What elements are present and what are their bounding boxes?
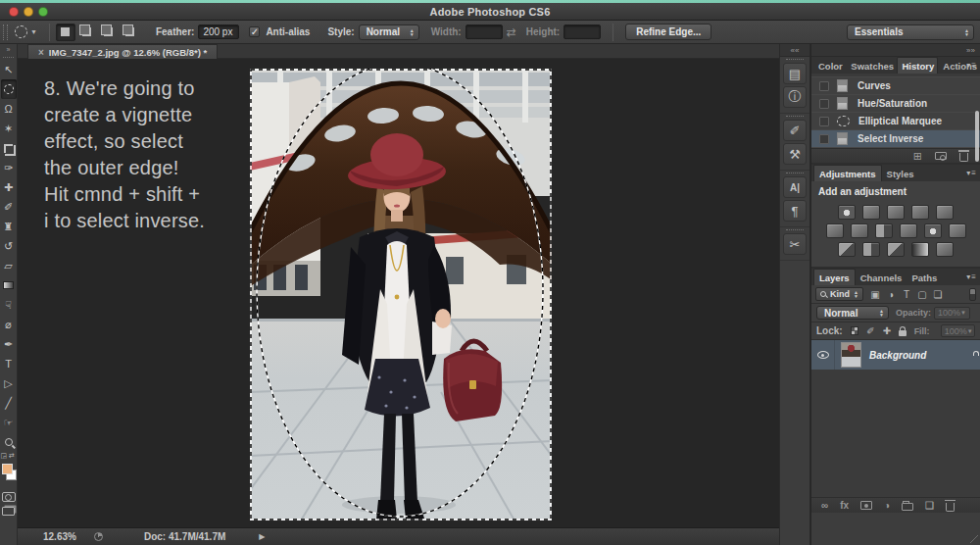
dodge-tool[interactable]: ⌀ [1,315,17,334]
document-tab[interactable]: × IMG_7347_2.jpg @ 12.6% (RGB/8*) * [27,44,218,59]
style-select[interactable]: Normal ▲▼ [359,25,419,40]
delete-state-icon[interactable] [959,153,968,162]
history-scrollbar[interactable] [975,111,979,162]
type-tool[interactable]: T [1,354,17,373]
dock-grip[interactable] [786,59,804,60]
dock-grip[interactable] [786,116,804,117]
new-layer-icon[interactable]: ❏ [925,500,934,511]
dock-grip[interactable] [786,229,804,230]
layers-tab-paths[interactable]: Paths [906,270,942,285]
color-balance-icon[interactable] [851,223,868,238]
dock-grip[interactable] [786,173,804,173]
opacity-value[interactable]: 100%▼ [934,307,970,320]
layer-filter-toggle[interactable] [969,288,976,301]
panel-menu-icon[interactable]: ▾≡ [966,169,977,177]
swap-colors-icon[interactable]: ◲ ⇄ [0,452,17,460]
document-image[interactable] [250,69,552,520]
adjustments-tab-adjustments[interactable]: Adjustments [813,165,882,181]
panel-menu-icon[interactable]: ▾≡ [966,272,977,281]
layer-filter-kind-select[interactable]: Kind ▲▼ [815,287,863,301]
subtract-from-selection-button[interactable] [99,24,119,41]
exposure-icon[interactable] [911,205,929,220]
expand-toolbar-icon[interactable]: » [0,44,17,56]
history-brush-source-checkbox[interactable] [819,81,829,91]
path-selection-tool[interactable]: ▷ [1,373,17,393]
filter-shape-layers-icon[interactable]: ▢ [915,289,929,300]
add-layer-mask-icon[interactable] [860,501,872,510]
gradient-map-icon[interactable] [911,242,929,257]
expand-dock-icon[interactable]: »» [811,44,980,57]
history-state-row[interactable]: Select Inverse [811,130,980,148]
blend-mode-select[interactable]: Normal ▲▼ [816,306,889,320]
swap-dimensions-icon[interactable]: ⇄ [507,25,516,39]
eraser-tool[interactable]: ▱ [1,256,17,275]
character-panel-icon[interactable]: A| [783,176,807,198]
history-tab-swatches[interactable]: Swatches [846,58,896,74]
layer-thumbnail[interactable] [841,342,861,368]
toolbar-grip[interactable] [3,57,14,58]
elliptical-marquee-tool[interactable] [1,79,17,99]
add-to-selection-button[interactable] [77,24,97,41]
zoom-level-field[interactable]: 12.63% [43,531,76,542]
color-lookup-icon[interactable] [949,223,966,238]
adjustments-tab-styles[interactable]: Styles [882,166,919,181]
brush-tool[interactable]: ✐ [1,197,17,217]
layer-style-icon[interactable]: fx [840,500,849,511]
brush-panel-icon[interactable]: ✐ [783,120,807,141]
mini-bridge-panel-icon[interactable]: ▤ [783,63,807,84]
selective-color-icon[interactable] [936,242,954,257]
foreground-color-swatch[interactable] [2,464,13,474]
history-brush-source-checkbox[interactable] [819,117,829,126]
smudge-tool[interactable]: ☟ [1,295,17,315]
intersect-selection-button[interactable] [121,24,140,41]
width-input[interactable] [466,25,503,39]
threshold-icon[interactable] [887,242,905,257]
feather-input[interactable] [198,25,239,39]
black-white-icon[interactable] [875,223,893,238]
close-tab-icon[interactable]: × [38,47,44,58]
height-input[interactable] [564,25,601,39]
layer-visibility-cell[interactable] [811,340,835,370]
history-tab-color[interactable]: Color [813,58,846,74]
delete-layer-icon[interactable] [946,503,955,512]
filter-adjustment-layers-icon[interactable]: ◑ [884,289,898,300]
hand-tool[interactable]: ☞ [1,413,17,432]
clone-stamp-tool[interactable]: ♜ [1,217,17,236]
history-brush-source-checkbox[interactable] [819,99,829,109]
collapse-dock-icon[interactable]: «« [780,44,809,57]
lock-position-icon[interactable]: ✚ [883,325,891,336]
history-brush-source-checkbox[interactable] [819,134,829,144]
panel-menu-icon[interactable]: ▾≡ [966,61,977,70]
anti-alias-checkbox[interactable]: ✓ [249,26,260,37]
new-adjustment-layer-icon[interactable]: ◑ [884,500,890,511]
healing-brush-tool[interactable]: ✚ [1,177,17,197]
new-snapshot-icon[interactable] [935,152,947,160]
options-bar-grip[interactable] [3,25,8,40]
filter-pixel-layers-icon[interactable]: ▣ [868,289,882,300]
history-state-row[interactable]: Curves [811,77,980,95]
levels-icon[interactable] [862,205,880,220]
history-brush-tool[interactable]: ↺ [1,236,17,256]
invert-icon[interactable] [838,242,856,257]
layers-tab-layers[interactable]: Layers [813,269,856,285]
line-tool[interactable]: ╱ [1,393,17,413]
tool-preset-picker[interactable]: ▼ [13,25,43,38]
move-tool[interactable]: ↖ [1,60,17,79]
posterize-icon[interactable] [862,242,880,257]
brush-presets-panel-icon[interactable]: ⚒ [783,143,807,165]
curves-icon[interactable] [887,205,905,220]
document-size-info[interactable]: Doc: 41.7M/41.7M [144,531,225,542]
link-layers-icon[interactable]: ∞ [821,500,828,511]
vibrance-icon[interactable] [936,205,954,220]
layer-row[interactable]: Background [811,340,980,370]
new-group-icon[interactable] [902,503,913,511]
zoom-tool[interactable] [1,432,17,452]
pen-tool[interactable]: ✒ [1,334,17,354]
channel-mixer-icon[interactable] [924,223,942,238]
info-panel-icon[interactable]: ⓘ [783,86,807,108]
history-tab-history[interactable]: History [897,57,939,74]
new-document-from-state-icon[interactable]: ⊞ [913,151,922,162]
workspace-select[interactable]: Essentials ▲▼ [847,25,974,40]
layers-tab-channels[interactable]: Channels [856,270,907,285]
refine-edge-button[interactable]: Refine Edge... [625,24,711,40]
